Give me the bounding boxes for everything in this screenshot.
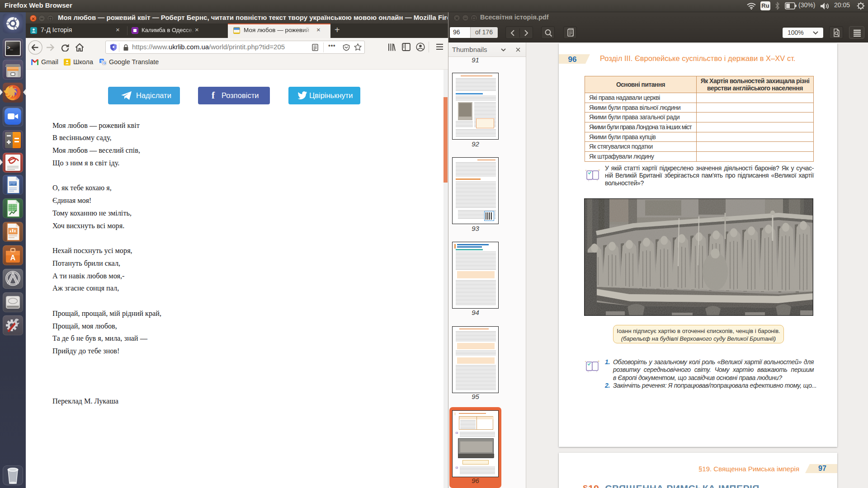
svg-text:A: A bbox=[10, 254, 16, 262]
